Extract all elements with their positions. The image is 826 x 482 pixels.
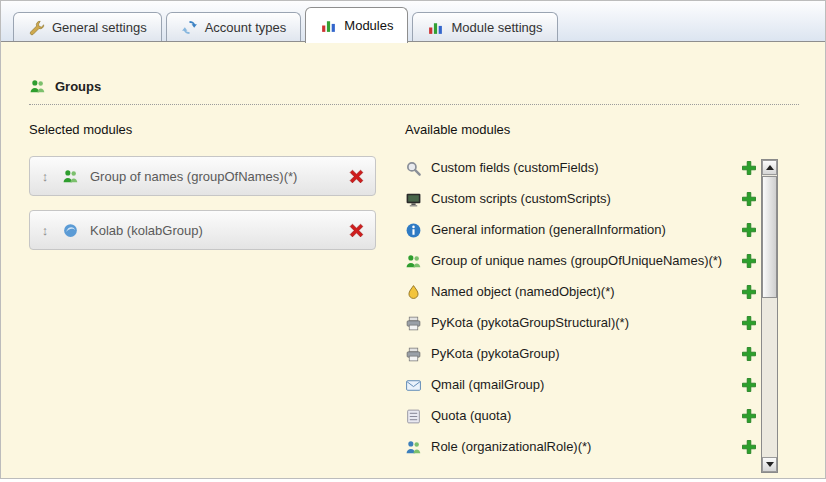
add-module-button[interactable] <box>741 191 757 207</box>
add-module-button[interactable] <box>741 160 757 176</box>
dotted-divider <box>29 104 799 105</box>
available-module-label: Group of unique names (groupOfUniqueName… <box>431 253 722 269</box>
available-module-label: General information (generalInformation) <box>431 222 666 238</box>
selected-modules-list: ↕ Group of names (groupOfNames)(*) ↕ Kol… <box>29 156 376 264</box>
remove-module-button[interactable] <box>348 168 365 185</box>
tab-module-settings[interactable]: Module settings <box>412 12 557 42</box>
green-plus-icon <box>741 195 757 210</box>
wrench-icon <box>28 19 45 36</box>
green-plus-icon <box>741 412 757 427</box>
green-plus-icon <box>741 350 757 365</box>
available-modules-list: Custom fields (customFields) Custom scri… <box>405 156 757 466</box>
mail-icon <box>405 377 422 394</box>
group-icon <box>405 439 422 456</box>
green-plus-icon <box>741 164 757 179</box>
add-module-button[interactable] <box>741 377 757 393</box>
lam-configuration-window: General settings Account types Modules M… <box>0 0 826 479</box>
remove-module-button[interactable] <box>348 222 365 239</box>
bar-chart-icon <box>427 19 444 36</box>
selected-module-row: ↕ Group of names (groupOfNames)(*) <box>29 156 376 196</box>
add-module-button[interactable] <box>741 439 757 455</box>
red-x-icon <box>348 173 365 188</box>
add-module-button[interactable] <box>741 346 757 362</box>
available-modules-heading: Available modules <box>405 122 510 137</box>
green-plus-icon <box>741 319 757 334</box>
magnifier-icon <box>405 160 422 177</box>
selected-module-label: Kolab (kolabGroup) <box>90 223 203 238</box>
bar-chart-icon <box>320 17 337 34</box>
available-module-row: Role (organizationalRole)(*) <box>405 435 757 459</box>
tab-account-types[interactable]: Account types <box>166 12 302 42</box>
available-module-row: Group of unique names (groupOfUniqueName… <box>405 249 757 273</box>
red-x-icon <box>348 227 365 242</box>
scroll-up-button[interactable] <box>762 160 777 175</box>
available-module-row: Custom fields (customFields) <box>405 156 757 180</box>
tab-label: General settings <box>52 20 147 35</box>
scroll-down-button[interactable] <box>762 457 777 472</box>
section-heading-groups: Groups <box>29 78 101 95</box>
tab-label: Account types <box>205 20 287 35</box>
arrow-up-icon <box>766 165 774 170</box>
green-plus-icon <box>741 443 757 458</box>
available-module-label: Qmail (qmailGroup) <box>431 377 544 393</box>
available-module-row: General information (generalInformation) <box>405 218 757 242</box>
drop-icon <box>405 284 422 301</box>
add-module-button[interactable] <box>741 315 757 331</box>
modules-tab-content: Groups Selected modules Available module… <box>1 42 825 478</box>
quota-icon <box>405 408 422 425</box>
tab-label: Modules <box>344 18 393 33</box>
printer-icon <box>405 346 422 363</box>
tab-label: Module settings <box>451 20 542 35</box>
available-module-label: Named object (namedObject)(*) <box>431 284 615 300</box>
group-icon <box>62 168 79 185</box>
arrow-down-icon <box>766 462 774 467</box>
available-module-row: Custom scripts (customScripts) <box>405 187 757 211</box>
available-module-row: PyKota (pykotaGroup) <box>405 342 757 366</box>
selected-module-row: ↕ Kolab (kolabGroup) <box>29 210 376 250</box>
available-module-row: Qmail (qmailGroup) <box>405 373 757 397</box>
group-icon <box>29 78 46 95</box>
tab-modules[interactable]: Modules <box>305 7 408 43</box>
printer-icon <box>405 315 422 332</box>
group-icon <box>405 253 422 270</box>
available-module-row: Named object (namedObject)(*) <box>405 280 757 304</box>
available-module-label: PyKota (pykotaGroup) <box>431 346 560 362</box>
available-module-label: Quota (quota) <box>431 408 511 424</box>
add-module-button[interactable] <box>741 222 757 238</box>
green-plus-icon <box>741 226 757 241</box>
drag-handle-icon[interactable]: ↕ <box>38 224 52 237</box>
available-module-label: PyKota (pykotaGroupStructural)(*) <box>431 315 629 331</box>
green-plus-icon <box>741 288 757 303</box>
scrollbar-thumb[interactable] <box>762 176 777 298</box>
green-plus-icon <box>741 381 757 396</box>
tab-general-settings[interactable]: General settings <box>13 12 162 42</box>
selected-modules-heading: Selected modules <box>29 122 132 137</box>
add-module-button[interactable] <box>741 408 757 424</box>
available-module-label: Custom fields (customFields) <box>431 160 599 176</box>
available-module-row: Quota (quota) <box>405 404 757 428</box>
green-plus-icon <box>741 257 757 272</box>
kolab-icon <box>62 222 79 239</box>
drag-handle-icon[interactable]: ↕ <box>38 170 52 183</box>
available-module-label: Custom scripts (customScripts) <box>431 191 611 207</box>
selected-module-label: Group of names (groupOfNames)(*) <box>90 169 297 184</box>
page-title: Groups <box>55 79 101 94</box>
available-module-row: PyKota (pykotaGroupStructural)(*) <box>405 311 757 335</box>
add-module-button[interactable] <box>741 253 757 269</box>
info-icon <box>405 222 422 239</box>
available-module-label: Role (organizationalRole)(*) <box>431 439 591 455</box>
sync-icon <box>181 19 198 36</box>
monitor-icon <box>405 191 422 208</box>
tab-bar: General settings Account types Modules M… <box>1 1 825 42</box>
available-modules-scrollbar[interactable] <box>761 159 778 473</box>
add-module-button[interactable] <box>741 284 757 300</box>
